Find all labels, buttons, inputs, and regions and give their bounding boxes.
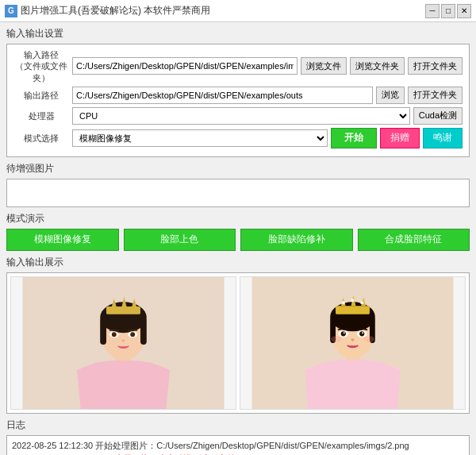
image-display-title: 输入输出展示 [6, 256, 470, 269]
images-box [6, 272, 470, 414]
svg-point-37 [344, 332, 345, 334]
svg-point-41 [363, 336, 374, 342]
svg-point-31 [351, 299, 355, 302]
cuda-detect-button[interactable]: Cuda检测 [413, 107, 463, 125]
mode-row: 模式选择 模糊图像修复 开始 捐赠 鸣谢 [13, 128, 463, 148]
demo-button-3[interactable]: 合成脸部特征 [358, 229, 470, 251]
svg-point-32 [360, 301, 363, 304]
mode-select[interactable]: 模糊图像修复 [72, 129, 328, 147]
title-bar-left: G 图片增强工具(吾爱破解论坛) 本软件严禁商用 [5, 4, 210, 17]
input-path-field[interactable] [72, 57, 298, 75]
open-folder-button-1[interactable]: 打开文件夹 [408, 57, 463, 75]
mode-label: 模式选择 [13, 133, 69, 144]
app-icon: G [5, 5, 17, 17]
input-image [10, 276, 236, 410]
settings-box: 输入路径 （文件或文件夹） 浏览文件 浏览文件夹 打开文件夹 输出路径 浏览 打… [6, 44, 470, 157]
processor-select[interactable]: CPU [72, 107, 410, 125]
log-title: 日志 [6, 418, 470, 432]
main-content: 输入输出设置 输入路径 （文件或文件夹） 浏览文件 浏览文件夹 打开文件夹 输出… [0, 22, 476, 455]
maximize-button[interactable]: □ [441, 4, 455, 18]
section-input-output-title: 输入输出设置 [6, 27, 470, 40]
log-line: 2022-08-25 12:12:30 开始处理图片：C:/Users/Zhig… [12, 439, 464, 453]
input-path-label: 输入路径 （文件或文件夹） [13, 49, 69, 83]
demo-button-2[interactable]: 脸部缺陷修补 [240, 229, 353, 251]
svg-point-36 [359, 331, 364, 336]
browse-folder-button[interactable]: 浏览文件夹 [350, 57, 405, 75]
processor-row: 处理器 CPU Cuda检测 [13, 107, 463, 125]
close-button[interactable]: ✕ [457, 4, 471, 18]
output-path-field[interactable] [72, 87, 373, 104]
browse-file-button[interactable]: 浏览文件 [301, 57, 347, 75]
start-button[interactable]: 开始 [331, 128, 377, 148]
demo-button-0[interactable]: 模糊图像修复 [6, 229, 119, 251]
input-path-row: 输入路径 （文件或文件夹） 浏览文件 浏览文件夹 打开文件夹 [13, 49, 463, 83]
mode-demo-row: 模糊图像修复 脸部上色 脸部缺陷修补 合成脸部特征 [6, 229, 470, 251]
window-controls: ─ □ ✕ [425, 4, 471, 18]
log-box[interactable]: 2022-08-25 12:12:30 开始处理图片：C:/Users/Zhig… [6, 435, 470, 455]
app-title: 图片增强工具(吾爱破解论坛) 本软件严禁商用 [21, 4, 210, 17]
open-folder-button-2[interactable]: 打开文件夹 [408, 87, 463, 104]
svg-point-39 [351, 338, 354, 341]
title-bar: G 图片增强工具(吾爱破解论坛) 本软件严禁商用 ─ □ ✕ [0, 0, 476, 22]
svg-rect-17 [23, 277, 225, 409]
mode-demo-title: 模式演示 [6, 212, 470, 226]
processor-label: 处理器 [13, 110, 69, 121]
svg-point-35 [341, 331, 346, 336]
svg-point-30 [342, 301, 345, 304]
waiting-images-box [6, 179, 470, 207]
demo-button-1[interactable]: 脸部上色 [124, 229, 236, 251]
svg-point-38 [362, 332, 363, 334]
waiting-images-title: 待增强图片 [6, 162, 470, 175]
svg-point-40 [331, 336, 342, 342]
output-image [240, 276, 466, 410]
output-path-row: 输出路径 浏览 打开文件夹 [13, 87, 463, 104]
output-path-label: 输出路径 [13, 90, 69, 101]
browse-button-2[interactable]: 浏览 [376, 87, 405, 104]
donate-button[interactable]: 捐赠 [380, 128, 420, 148]
svg-rect-26 [336, 306, 370, 314]
greet-button[interactable]: 鸣谢 [423, 128, 463, 148]
minimize-button[interactable]: ─ [425, 4, 440, 18]
